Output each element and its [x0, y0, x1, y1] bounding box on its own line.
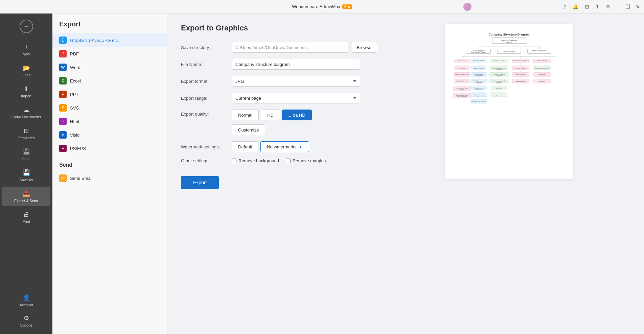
open-label: Open: [22, 73, 31, 77]
back-button[interactable]: ←: [20, 20, 33, 33]
svg-icon: S: [59, 104, 67, 112]
watermark-no-watermarks-btn[interactable]: No watermarks ▼: [260, 141, 309, 152]
export-quality-row: Export quality: Normal HD Ultra HD Custo…: [181, 110, 377, 135]
export-type-pdf[interactable]: P PDF: [52, 47, 167, 61]
export-panel-title: Export: [52, 20, 167, 33]
sidebar-item-open[interactable]: 📂 Open: [2, 61, 50, 80]
templates-icon: ⊞: [24, 127, 29, 135]
export-type-ppt[interactable]: P PPT: [52, 88, 167, 101]
export-button[interactable]: Export: [181, 176, 219, 189]
export-type-excel[interactable]: X Excel: [52, 74, 167, 88]
sidebar-item-new[interactable]: ＋ New: [2, 39, 50, 59]
svg-text:Department: Department: [496, 75, 502, 76]
main-content: Export to Graphics Save directory: Brows…: [167, 14, 644, 334]
svg-text:Accounting Department: Accounting Department: [535, 68, 549, 69]
account-icon: 👤: [23, 294, 30, 302]
help-icon[interactable]: ?: [564, 4, 566, 10]
sidebar: ← ＋ New 📂 Open ⬇ Import ☁ Cloud Document…: [0, 14, 52, 334]
settings-icon[interactable]: ⚙: [606, 4, 610, 10]
pdf-icon: P: [59, 50, 67, 57]
remove-background-label[interactable]: Remove background: [232, 158, 279, 163]
svg-text:Warehouse: Warehouse: [496, 88, 502, 89]
sidebar-item-cloud[interactable]: ☁ Cloud Documents: [2, 103, 50, 122]
export-type-html[interactable]: H Html: [52, 115, 167, 128]
cloud-icon: ☁: [23, 106, 29, 114]
import-icon: ⬇: [24, 85, 29, 93]
apps-icon[interactable]: ⊞: [585, 4, 589, 10]
sidebar-item-templates[interactable]: ⊞ Templates: [2, 124, 50, 143]
svg-text:Department: Department: [476, 95, 482, 97]
svg-text:Production manager: Production manager: [493, 60, 505, 62]
quality-normal-btn[interactable]: Normal: [232, 110, 259, 120]
restore-btn[interactable]: ❐: [625, 4, 630, 10]
svg-text:Personnel Department: Personnel Department: [514, 68, 527, 69]
remove-margins-label[interactable]: Remove margins: [286, 158, 326, 163]
graphics-label: Graphics (PNG, JPG et...: [70, 38, 119, 43]
preview-section: Company Structure Diagram Company inform…: [387, 24, 630, 324]
pseps-icon: P: [59, 145, 67, 152]
export-quality-label: Export quality:: [181, 110, 232, 117]
export-type-graphics[interactable]: G Graphics (PNG, JPG et...: [52, 33, 167, 47]
send-email-item[interactable]: ✉ Send Email: [52, 171, 167, 185]
visio-icon: V: [59, 131, 67, 139]
save-as-icon: 💾: [23, 169, 30, 176]
export-format-select[interactable]: JPG PNG BMP TIFF SVG: [232, 76, 360, 87]
export-icon: 📤: [23, 190, 30, 197]
export-type-panel: Export G Graphics (PNG, JPG et... P PDF …: [52, 14, 167, 334]
export-type-word[interactable]: W Word: [52, 61, 167, 74]
save-directory-label: Save directory:: [181, 45, 232, 50]
sidebar-item-save-as[interactable]: 💾 Save As: [2, 166, 50, 185]
sidebar-item-export[interactable]: 📤 Export & Send: [2, 187, 50, 206]
export-type-svg[interactable]: S SVG: [52, 101, 167, 115]
svg-text:department: department: [476, 89, 482, 90]
svg-text:Board of Supervisors: Board of Supervisors: [532, 50, 546, 52]
file-name-input[interactable]: [232, 59, 360, 70]
preview-card: Company Structure Diagram Company inform…: [445, 24, 573, 179]
new-icon: ＋: [23, 43, 29, 51]
export-range-select[interactable]: Current page All pages Selected shapes: [232, 93, 360, 103]
svg-text:Financial Branch: Financial Branch: [537, 60, 547, 62]
svg-text:Finance Audit: Finance Audit: [538, 74, 545, 75]
export-range-label: Export range:: [181, 96, 232, 101]
export-format-label: Export format:: [181, 79, 232, 84]
remove-background-checkbox[interactable]: [232, 159, 236, 163]
sidebar-item-account[interactable]: 👤 Account: [2, 291, 50, 310]
quality-hd-btn[interactable]: HD: [261, 110, 280, 120]
excel-label: Excel: [70, 78, 81, 84]
svg-text:Sales branch: Sales branch: [458, 60, 466, 62]
svg-text:Department: Department: [476, 75, 482, 76]
print-icon: 🖨: [23, 211, 29, 218]
export-form: Export to Graphics Save directory: Brows…: [181, 24, 377, 324]
close-btn[interactable]: ✕: [636, 4, 640, 10]
sidebar-item-options[interactable]: ⚙ Options: [2, 311, 50, 331]
ppt-icon: P: [59, 91, 67, 98]
minimize-btn[interactable]: —: [615, 4, 620, 10]
watermark-default-btn[interactable]: Default: [232, 141, 258, 152]
sidebar-item-print[interactable]: 🖨 Print: [2, 208, 50, 227]
bell-icon[interactable]: 🔔: [572, 4, 579, 10]
remove-margins-checkbox[interactable]: [286, 159, 291, 163]
print-label: Print: [22, 219, 30, 223]
other-settings-label: Other settings:: [181, 158, 232, 163]
browse-button[interactable]: Browse: [351, 42, 377, 53]
import-label: Import: [21, 94, 31, 98]
word-label: Word: [70, 65, 80, 70]
avatar[interactable]: [463, 3, 472, 11]
svg-text:Bid control: Bid control: [539, 81, 545, 82]
html-icon: H: [59, 118, 67, 125]
titlebar: Wondershare EdrawMax Pro ? 🔔 ⊞ ⬆ ⚙ — ❐ ✕: [0, 0, 644, 14]
quality-ultrahd-btn[interactable]: Ultra HD: [282, 110, 312, 120]
save-directory-input[interactable]: [232, 42, 348, 53]
sidebar-item-save: 💾 Save: [2, 145, 50, 164]
sidebar-item-import[interactable]: ⬇ Import: [2, 82, 50, 101]
email-label: Send Email: [70, 176, 92, 181]
app-title: Wondershare EdrawMax Pro: [292, 4, 352, 9]
upload-icon[interactable]: ⬆: [595, 4, 600, 10]
save-label: Save: [22, 157, 30, 161]
send-list: ✉ Send Email: [52, 171, 167, 185]
email-icon: ✉: [59, 174, 67, 182]
customize-btn[interactable]: Customize: [232, 124, 265, 135]
export-type-pseps[interactable]: P PS/EPS: [52, 142, 167, 155]
export-type-visio[interactable]: V Visio: [52, 128, 167, 142]
save-as-label: Save As: [19, 178, 33, 182]
